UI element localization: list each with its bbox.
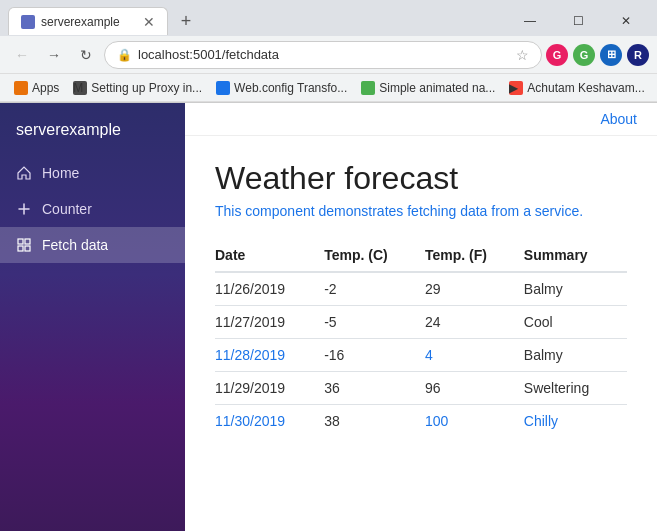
cell-temp-c: 36 (324, 372, 425, 405)
cell-date: 11/28/2019 (215, 339, 324, 372)
bookmark-proxy[interactable]: M Setting up Proxy in... (67, 79, 208, 97)
bookmark-favicon-animated (361, 81, 375, 95)
bookmark-apps[interactable]: Apps (8, 79, 65, 97)
bookmark-label-apps: Apps (32, 81, 59, 95)
col-date: Date (215, 239, 324, 272)
back-button[interactable]: ← (8, 41, 36, 69)
cell-date: 11/26/2019 (215, 272, 324, 306)
sidebar: serverexample Home Counter (0, 103, 185, 531)
bookmark-favicon-webconfig (216, 81, 230, 95)
col-temp-f: Temp. (F) (425, 239, 524, 272)
table-header-row: Date Temp. (C) Temp. (F) Summary (215, 239, 627, 272)
page-title: Weather forecast (215, 160, 627, 197)
tab-bar: serverexample ✕ + — ☐ ✕ (0, 0, 657, 36)
cell-temp-f: 29 (425, 272, 524, 306)
table-row: 11/28/2019-164Balmy (215, 339, 627, 372)
table-row: 11/26/2019-229Balmy (215, 272, 627, 306)
cell-temp-c: 38 (324, 405, 425, 438)
windows-icon: ⊞ (600, 44, 622, 66)
bookmark-star-icon[interactable]: ☆ (516, 47, 529, 63)
sidebar-item-fetchdata[interactable]: Fetch data (0, 227, 185, 263)
svg-rect-2 (18, 246, 23, 251)
active-tab[interactable]: serverexample ✕ (8, 7, 168, 35)
cell-temp-c: -16 (324, 339, 425, 372)
cell-summary: Cool (524, 306, 627, 339)
bookmarks-bar: Apps M Setting up Proxy in... Web.config… (0, 74, 657, 102)
bookmark-label-proxy: Setting up Proxy in... (91, 81, 202, 95)
sidebar-item-fetchdata-label: Fetch data (42, 237, 108, 253)
grid-icon (16, 237, 32, 253)
cell-temp-c: -2 (324, 272, 425, 306)
cell-date: 11/30/2019 (215, 405, 324, 438)
sidebar-brand: serverexample (0, 103, 185, 155)
nav-items: Home Counter (0, 155, 185, 263)
forward-button[interactable]: → (40, 41, 68, 69)
cell-date: 11/29/2019 (215, 372, 324, 405)
top-nav: About (185, 103, 657, 136)
new-tab-button[interactable]: + (172, 7, 200, 35)
table-body: 11/26/2019-229Balmy11/27/2019-524Cool11/… (215, 272, 627, 437)
bookmark-youtube[interactable]: ▶ Achutam Keshavam... (503, 79, 650, 97)
table-row: 11/29/20193696Sweltering (215, 372, 627, 405)
bookmark-animated[interactable]: Simple animated na... (355, 79, 501, 97)
cell-temp-f: 96 (425, 372, 524, 405)
bookmark-label-webconfig: Web.config Transfo... (234, 81, 347, 95)
plus-icon (16, 201, 32, 217)
table-header: Date Temp. (C) Temp. (F) Summary (215, 239, 627, 272)
minimize-button[interactable]: — (507, 7, 553, 35)
cell-temp-f: 24 (425, 306, 524, 339)
cell-temp-f: 4 (425, 339, 524, 372)
nav-right-icons: G G ⊞ R (546, 44, 649, 66)
bookmark-label-youtube: Achutam Keshavam... (527, 81, 644, 95)
bookmark-favicon-youtube: ▶ (509, 81, 523, 95)
page-subtitle: This component demonstrates fetching dat… (215, 203, 627, 219)
col-summary: Summary (524, 239, 627, 272)
maximize-button[interactable]: ☐ (555, 7, 601, 35)
svg-rect-0 (18, 239, 23, 244)
weather-table: Date Temp. (C) Temp. (F) Summary 11/26/2… (215, 239, 627, 437)
refresh-button[interactable]: ↻ (72, 41, 100, 69)
bookmark-favicon-proxy: M (73, 81, 87, 95)
table-row: 11/30/201938100Chilly (215, 405, 627, 438)
cell-temp-f: 100 (425, 405, 524, 438)
profile-avatar-3[interactable]: R (627, 44, 649, 66)
profile-avatar-1[interactable]: G (546, 44, 568, 66)
sidebar-item-home-label: Home (42, 165, 79, 181)
close-button[interactable]: ✕ (603, 7, 649, 35)
bookmark-favicon-apps (14, 81, 28, 95)
bookmarks-more-button[interactable]: » (653, 79, 657, 97)
sidebar-item-counter-label: Counter (42, 201, 92, 217)
sidebar-item-counter[interactable]: Counter (0, 191, 185, 227)
about-link[interactable]: About (600, 111, 637, 127)
svg-rect-1 (25, 239, 30, 244)
sidebar-item-home[interactable]: Home (0, 155, 185, 191)
svg-rect-3 (25, 246, 30, 251)
bookmark-label-animated: Simple animated na... (379, 81, 495, 95)
tab-favicon (21, 15, 35, 29)
content-area: Weather forecast This component demonstr… (185, 136, 657, 461)
nav-bar: ← → ↻ 🔒 localhost:5001/fetchdata ☆ G G ⊞… (0, 36, 657, 74)
lock-icon: 🔒 (117, 48, 132, 62)
table-row: 11/27/2019-524Cool (215, 306, 627, 339)
cell-summary: Chilly (524, 405, 627, 438)
browser-chrome: serverexample ✕ + — ☐ ✕ ← → ↻ 🔒 localhos… (0, 0, 657, 103)
window-controls: — ☐ ✕ (507, 7, 649, 35)
address-text: localhost:5001/fetchdata (138, 47, 510, 62)
main-content: About Weather forecast This component de… (185, 103, 657, 531)
cell-date: 11/27/2019 (215, 306, 324, 339)
cell-summary: Balmy (524, 272, 627, 306)
cell-summary: Sweltering (524, 372, 627, 405)
tab-close-button[interactable]: ✕ (143, 15, 155, 29)
address-bar[interactable]: 🔒 localhost:5001/fetchdata ☆ (104, 41, 542, 69)
col-temp-c: Temp. (C) (324, 239, 425, 272)
profile-avatar-2[interactable]: G (573, 44, 595, 66)
tab-title: serverexample (41, 15, 137, 29)
bookmark-webconfig[interactable]: Web.config Transfo... (210, 79, 353, 97)
cell-summary: Balmy (524, 339, 627, 372)
app-container: serverexample Home Counter (0, 103, 657, 531)
home-icon (16, 165, 32, 181)
cell-temp-c: -5 (324, 306, 425, 339)
